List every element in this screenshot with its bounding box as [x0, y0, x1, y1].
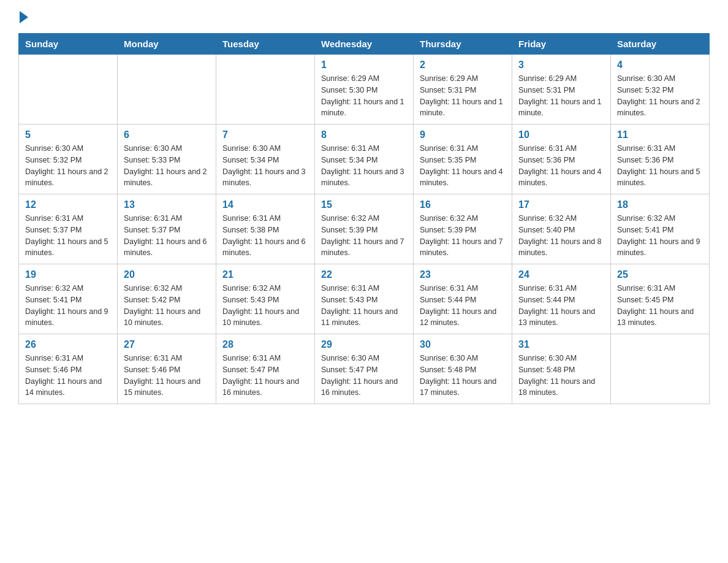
day-info: Sunrise: 6:29 AMSunset: 5:30 PMDaylight:…	[321, 73, 407, 119]
calendar-cell: 19Sunrise: 6:32 AMSunset: 5:41 PMDayligh…	[19, 264, 118, 334]
day-info: Sunrise: 6:31 AMSunset: 5:46 PMDaylight:…	[25, 353, 111, 399]
day-number: 11	[617, 129, 703, 140]
day-info: Sunrise: 6:32 AMSunset: 5:41 PMDaylight:…	[25, 283, 111, 329]
calendar-cell: 13Sunrise: 6:31 AMSunset: 5:37 PMDayligh…	[118, 194, 216, 264]
day-number: 14	[222, 199, 308, 210]
day-number: 30	[420, 339, 506, 350]
day-number: 8	[321, 129, 407, 140]
calendar-cell: 27Sunrise: 6:31 AMSunset: 5:46 PMDayligh…	[118, 334, 216, 404]
day-number: 16	[420, 199, 506, 210]
day-number: 18	[617, 199, 703, 210]
week-row-5: 26Sunrise: 6:31 AMSunset: 5:46 PMDayligh…	[19, 334, 710, 404]
day-number: 4	[617, 59, 703, 71]
day-number: 3	[518, 59, 604, 71]
calendar-cell: 4Sunrise: 6:30 AMSunset: 5:32 PMDaylight…	[611, 55, 710, 124]
day-number: 2	[420, 59, 506, 71]
day-info: Sunrise: 6:30 AMSunset: 5:48 PMDaylight:…	[420, 353, 506, 399]
day-number: 10	[518, 129, 604, 140]
calendar-cell: 20Sunrise: 6:32 AMSunset: 5:42 PMDayligh…	[118, 264, 216, 334]
calendar-cell: 21Sunrise: 6:32 AMSunset: 5:43 PMDayligh…	[216, 264, 315, 334]
day-number: 9	[420, 129, 506, 140]
day-number: 7	[222, 129, 308, 140]
calendar-cell	[216, 55, 315, 124]
day-info: Sunrise: 6:31 AMSunset: 5:44 PMDaylight:…	[420, 283, 506, 329]
day-number: 21	[222, 269, 308, 280]
day-info: Sunrise: 6:31 AMSunset: 5:38 PMDaylight:…	[222, 213, 308, 259]
calendar-cell: 25Sunrise: 6:31 AMSunset: 5:45 PMDayligh…	[611, 264, 710, 334]
calendar-cell: 11Sunrise: 6:31 AMSunset: 5:36 PMDayligh…	[611, 124, 710, 194]
calendar-cell: 29Sunrise: 6:30 AMSunset: 5:47 PMDayligh…	[315, 334, 414, 404]
calendar-cell	[19, 55, 118, 124]
day-info: Sunrise: 6:30 AMSunset: 5:32 PMDaylight:…	[617, 73, 703, 119]
week-row-2: 5Sunrise: 6:30 AMSunset: 5:32 PMDaylight…	[19, 124, 710, 194]
day-number: 1	[321, 59, 407, 71]
weekday-header-thursday: Thursday	[414, 34, 512, 55]
calendar-table: SundayMondayTuesdayWednesdayThursdayFrid…	[18, 33, 710, 404]
calendar-cell: 2Sunrise: 6:29 AMSunset: 5:31 PMDaylight…	[414, 55, 512, 124]
day-info: Sunrise: 6:31 AMSunset: 5:43 PMDaylight:…	[321, 283, 407, 329]
day-info: Sunrise: 6:31 AMSunset: 5:37 PMDaylight:…	[124, 213, 210, 259]
day-number: 25	[617, 269, 703, 280]
logo	[18, 12, 28, 23]
day-info: Sunrise: 6:31 AMSunset: 5:36 PMDaylight:…	[518, 143, 604, 189]
weekday-header-tuesday: Tuesday	[216, 34, 315, 55]
calendar-cell: 18Sunrise: 6:32 AMSunset: 5:41 PMDayligh…	[611, 194, 710, 264]
day-number: 27	[124, 339, 210, 350]
day-info: Sunrise: 6:31 AMSunset: 5:35 PMDaylight:…	[420, 143, 506, 189]
weekday-header-friday: Friday	[512, 34, 611, 55]
day-number: 26	[25, 339, 111, 350]
day-info: Sunrise: 6:30 AMSunset: 5:32 PMDaylight:…	[25, 143, 111, 189]
week-row-4: 19Sunrise: 6:32 AMSunset: 5:41 PMDayligh…	[19, 264, 710, 334]
day-number: 19	[25, 269, 111, 280]
calendar-cell: 30Sunrise: 6:30 AMSunset: 5:48 PMDayligh…	[414, 334, 512, 404]
calendar-cell: 10Sunrise: 6:31 AMSunset: 5:36 PMDayligh…	[512, 124, 611, 194]
day-info: Sunrise: 6:30 AMSunset: 5:47 PMDaylight:…	[321, 353, 407, 399]
calendar-cell: 28Sunrise: 6:31 AMSunset: 5:47 PMDayligh…	[216, 334, 315, 404]
day-info: Sunrise: 6:31 AMSunset: 5:46 PMDaylight:…	[124, 353, 210, 399]
calendar-cell: 26Sunrise: 6:31 AMSunset: 5:46 PMDayligh…	[19, 334, 118, 404]
day-info: Sunrise: 6:31 AMSunset: 5:36 PMDaylight:…	[617, 143, 703, 189]
calendar-cell: 1Sunrise: 6:29 AMSunset: 5:30 PMDaylight…	[315, 55, 414, 124]
calendar-cell: 7Sunrise: 6:30 AMSunset: 5:34 PMDaylight…	[216, 124, 315, 194]
day-number: 5	[25, 129, 111, 140]
day-info: Sunrise: 6:31 AMSunset: 5:34 PMDaylight:…	[321, 143, 407, 189]
week-row-1: 1Sunrise: 6:29 AMSunset: 5:30 PMDaylight…	[19, 55, 710, 124]
day-number: 15	[321, 199, 407, 210]
calendar-cell: 3Sunrise: 6:29 AMSunset: 5:31 PMDaylight…	[512, 55, 611, 124]
calendar-cell: 22Sunrise: 6:31 AMSunset: 5:43 PMDayligh…	[315, 264, 414, 334]
day-info: Sunrise: 6:32 AMSunset: 5:41 PMDaylight:…	[617, 213, 703, 259]
day-info: Sunrise: 6:32 AMSunset: 5:43 PMDaylight:…	[222, 283, 308, 329]
day-number: 6	[124, 129, 210, 140]
logo-arrow-icon	[20, 11, 28, 23]
day-info: Sunrise: 6:30 AMSunset: 5:34 PMDaylight:…	[222, 143, 308, 189]
weekday-header-sunday: Sunday	[19, 34, 118, 55]
day-info: Sunrise: 6:31 AMSunset: 5:47 PMDaylight:…	[222, 353, 308, 399]
day-info: Sunrise: 6:32 AMSunset: 5:39 PMDaylight:…	[420, 213, 506, 259]
day-number: 17	[518, 199, 604, 210]
day-number: 24	[518, 269, 604, 280]
calendar-cell: 14Sunrise: 6:31 AMSunset: 5:38 PMDayligh…	[216, 194, 315, 264]
calendar-cell	[118, 55, 216, 124]
page-header	[18, 12, 710, 23]
calendar-cell: 12Sunrise: 6:31 AMSunset: 5:37 PMDayligh…	[19, 194, 118, 264]
calendar-cell: 24Sunrise: 6:31 AMSunset: 5:44 PMDayligh…	[512, 264, 611, 334]
weekday-header-wednesday: Wednesday	[315, 34, 414, 55]
calendar-cell: 16Sunrise: 6:32 AMSunset: 5:39 PMDayligh…	[414, 194, 512, 264]
calendar-cell: 17Sunrise: 6:32 AMSunset: 5:40 PMDayligh…	[512, 194, 611, 264]
day-number: 23	[420, 269, 506, 280]
day-info: Sunrise: 6:31 AMSunset: 5:45 PMDaylight:…	[617, 283, 703, 329]
calendar-cell: 5Sunrise: 6:30 AMSunset: 5:32 PMDaylight…	[19, 124, 118, 194]
day-number: 31	[518, 339, 604, 350]
weekday-header-row: SundayMondayTuesdayWednesdayThursdayFrid…	[19, 34, 710, 55]
day-info: Sunrise: 6:31 AMSunset: 5:44 PMDaylight:…	[518, 283, 604, 329]
day-number: 13	[124, 199, 210, 210]
day-number: 20	[124, 269, 210, 280]
calendar-cell: 6Sunrise: 6:30 AMSunset: 5:33 PMDaylight…	[118, 124, 216, 194]
day-info: Sunrise: 6:31 AMSunset: 5:37 PMDaylight:…	[25, 213, 111, 259]
calendar-cell	[611, 334, 710, 404]
day-number: 22	[321, 269, 407, 280]
day-number: 28	[222, 339, 308, 350]
day-info: Sunrise: 6:32 AMSunset: 5:40 PMDaylight:…	[518, 213, 604, 259]
day-info: Sunrise: 6:32 AMSunset: 5:42 PMDaylight:…	[124, 283, 210, 329]
day-info: Sunrise: 6:29 AMSunset: 5:31 PMDaylight:…	[518, 73, 604, 119]
